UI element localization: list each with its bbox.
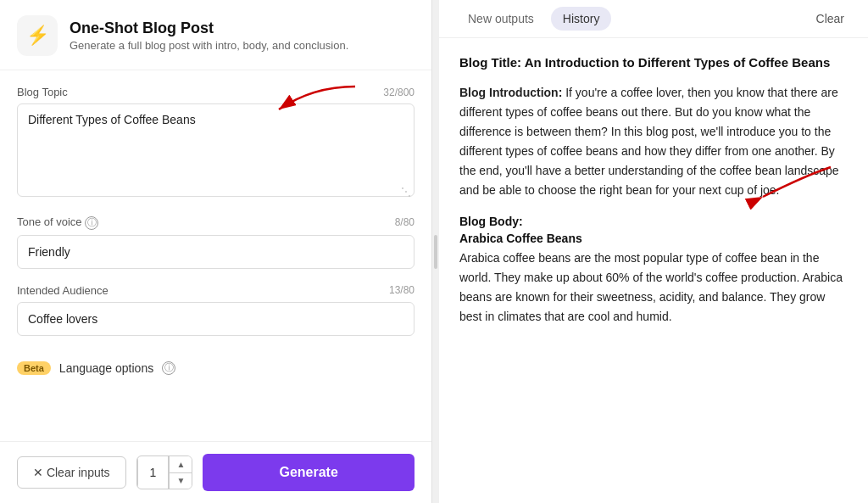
audience-label: Intended Audience bbox=[17, 284, 108, 297]
audience-input[interactable] bbox=[17, 302, 415, 336]
blog-arabica-title: Arabica Coffee Beans bbox=[459, 232, 848, 245]
right-content: Blog Title: An Introduction to Different… bbox=[439, 38, 868, 503]
app-icon: ⚡ bbox=[17, 15, 58, 56]
clear-inputs-button[interactable]: ✕ Clear inputs bbox=[17, 456, 126, 489]
counter-up-button[interactable]: ▲ bbox=[169, 456, 192, 473]
blog-body-label: Blog Body: bbox=[459, 215, 848, 228]
audience-counter: 13/80 bbox=[389, 284, 415, 296]
resize-handle: ⋱ bbox=[401, 187, 411, 197]
blog-body-section: Blog Body: Arabica Coffee Beans Arabica … bbox=[459, 215, 848, 327]
tone-label: Tone of voice ⓘ bbox=[17, 215, 98, 230]
counter-down-button[interactable]: ▼ bbox=[169, 473, 192, 489]
form-area: Blog Topic 32/800 Different Types of Cof… bbox=[0, 70, 431, 441]
language-info-icon[interactable]: ⓘ bbox=[162, 361, 175, 375]
app-title: One-Shot Blog Post bbox=[70, 20, 348, 37]
app-header: ⚡ One-Shot Blog Post Generate a full blo… bbox=[0, 0, 431, 70]
bottom-bar: ✕ Clear inputs 1 ▲ ▼ Generate bbox=[0, 441, 431, 503]
blog-intro-section: Blog Introduction: If you're a coffee lo… bbox=[459, 83, 848, 201]
language-options-row: Beta Language options ⓘ bbox=[17, 351, 415, 385]
lightning-icon: ⚡ bbox=[26, 25, 49, 47]
right-header: New outputs History Clear bbox=[439, 0, 868, 38]
generate-button[interactable]: Generate bbox=[203, 454, 415, 491]
intended-audience-group: Intended Audience 13/80 bbox=[17, 284, 415, 336]
counter-arrows: ▲ ▼ bbox=[169, 456, 192, 489]
app-subtitle: Generate a full blog post with intro, bo… bbox=[70, 39, 348, 52]
counter-group: 1 ▲ ▼ bbox=[136, 455, 193, 489]
language-options-label: Language options bbox=[59, 361, 153, 375]
audience-header: Intended Audience 13/80 bbox=[17, 284, 415, 297]
left-panel: ⚡ One-Shot Blog Post Generate a full blo… bbox=[0, 0, 432, 503]
tone-header: Tone of voice ⓘ 8/80 bbox=[17, 215, 415, 230]
tone-counter: 8/80 bbox=[395, 216, 415, 228]
blog-topic-group: Blog Topic 32/800 Different Types of Cof… bbox=[17, 86, 415, 200]
blog-intro-label: Blog Introduction: bbox=[459, 86, 562, 99]
tone-info-icon[interactable]: ⓘ bbox=[85, 216, 98, 230]
tone-of-voice-group: Tone of voice ⓘ 8/80 bbox=[17, 215, 415, 269]
tab-new-outputs[interactable]: New outputs bbox=[456, 7, 546, 31]
blog-topic-counter: 32/800 bbox=[383, 87, 415, 98]
counter-value: 1 bbox=[137, 456, 170, 489]
beta-badge: Beta bbox=[17, 361, 51, 375]
blog-topic-label: Blog Topic bbox=[17, 86, 68, 98]
panel-divider bbox=[432, 0, 439, 503]
blog-arabica-text: Arabica coffee beans are the most popula… bbox=[459, 249, 848, 327]
tab-history[interactable]: History bbox=[551, 7, 612, 31]
red-arrow-1 bbox=[211, 80, 364, 122]
red-arrow-2 bbox=[737, 159, 839, 210]
divider-handle bbox=[434, 235, 437, 269]
clear-history-button[interactable]: Clear bbox=[810, 8, 851, 29]
blog-title: Blog Title: An Introduction to Different… bbox=[459, 55, 848, 70]
app-title-group: One-Shot Blog Post Generate a full blog … bbox=[70, 20, 348, 52]
right-panel: New outputs History Clear Blog Title: An… bbox=[439, 0, 868, 503]
tone-input[interactable] bbox=[17, 235, 415, 269]
